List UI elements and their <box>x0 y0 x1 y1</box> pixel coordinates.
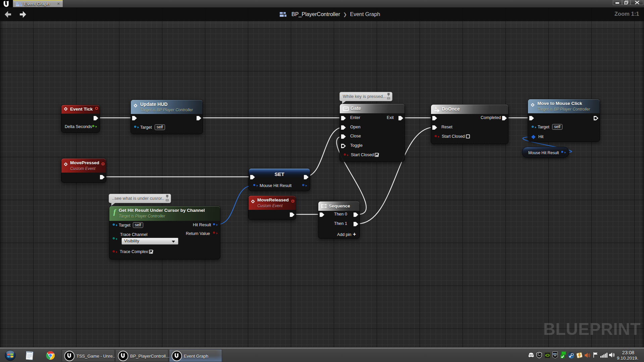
svg-text:EPIC: EPIC <box>553 353 557 355</box>
svg-text:1: 1 <box>435 106 437 110</box>
